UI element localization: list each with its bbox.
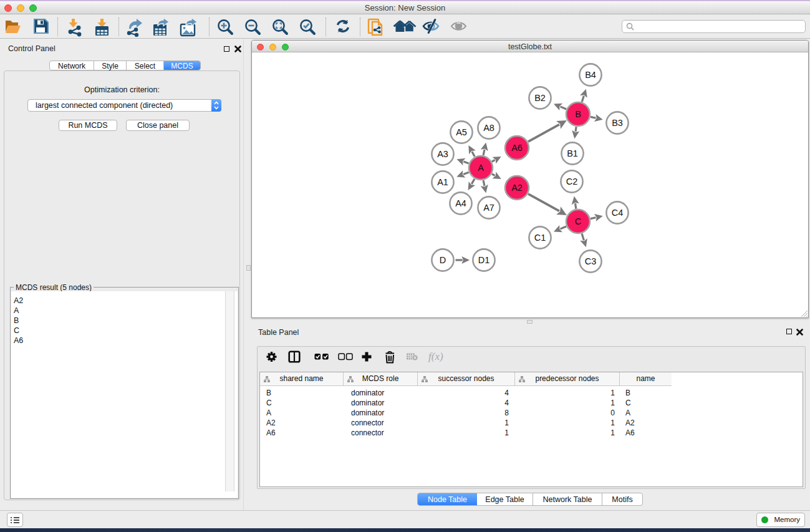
svg-text:D: D <box>440 255 446 265</box>
svg-text:A: A <box>478 163 484 173</box>
svg-text:B2: B2 <box>534 93 546 103</box>
svg-text:C2: C2 <box>566 177 578 186</box>
svg-text:A2: A2 <box>511 183 523 193</box>
svg-text:C4: C4 <box>612 208 624 218</box>
svg-text:A5: A5 <box>456 127 467 137</box>
svg-text:A6: A6 <box>511 143 523 153</box>
svg-text:C1: C1 <box>534 233 546 243</box>
svg-text:C3: C3 <box>585 256 597 266</box>
svg-text:C: C <box>575 216 581 226</box>
svg-text:A4: A4 <box>455 198 466 208</box>
svg-text:D1: D1 <box>478 255 490 265</box>
svg-text:B1: B1 <box>567 148 578 158</box>
svg-text:B3: B3 <box>612 118 623 128</box>
svg-text:B4: B4 <box>585 70 596 80</box>
svg-text:A8: A8 <box>483 123 494 133</box>
svg-text:A7: A7 <box>483 203 494 213</box>
svg-text:B: B <box>575 109 581 119</box>
svg-text:A3: A3 <box>437 149 448 159</box>
svg-text:A1: A1 <box>437 177 448 187</box>
